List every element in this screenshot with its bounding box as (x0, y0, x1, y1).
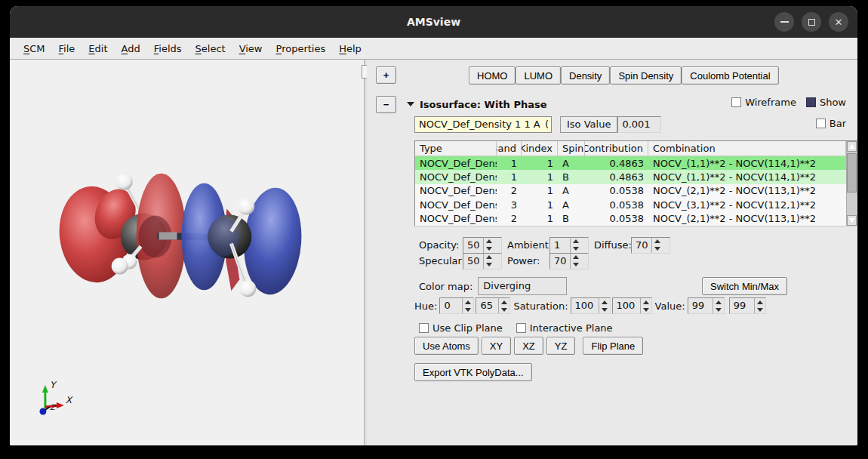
tab-homo[interactable]: HOMO (469, 66, 516, 85)
menu-properties[interactable]: Properties (269, 40, 333, 57)
menu-fields[interactable]: Fields (147, 40, 189, 57)
table-row[interactable]: NOCV_Def_Density21A0.0538NOCV_(2,1)**2 -… (415, 184, 846, 198)
spin-down-icon[interactable] (599, 306, 610, 313)
use-clip-plane-checkbox[interactable]: Use Clip Plane (419, 322, 503, 334)
window-title: AMSview (407, 16, 460, 28)
scroll-thumb[interactable] (847, 153, 857, 193)
remove-field-button[interactable]: − (376, 96, 396, 113)
saturation-max-stepper[interactable]: 100 (612, 297, 652, 314)
spin-down-icon[interactable] (713, 306, 724, 313)
opacity-stepper[interactable]: 50 (463, 237, 502, 254)
hydrogen-atom[interactable] (116, 174, 133, 190)
opacity-label: Opacity: (419, 239, 463, 251)
menu-add[interactable]: Add (115, 40, 147, 57)
show-checkbox[interactable]: Show (806, 97, 846, 108)
value-min-stepper[interactable]: 99 (688, 297, 725, 314)
disclosure-down-icon[interactable] (407, 102, 414, 106)
spin-down-icon[interactable] (463, 306, 473, 313)
yz-plane-button[interactable]: YZ (546, 337, 576, 355)
tab-density[interactable]: Density (561, 66, 610, 85)
axis-y-label: Y (50, 380, 57, 390)
iso-value-input[interactable]: 0.001 (617, 116, 661, 133)
table-row[interactable]: NOCV_Def_Density21B0.0538NOCV_(2,1)**2 -… (415, 212, 846, 226)
hue-min-stepper[interactable]: 0 (439, 297, 474, 314)
interactive-plane-checkbox[interactable]: Interactive Plane (516, 322, 613, 334)
spin-up-icon[interactable] (499, 298, 509, 306)
wireframe-checkbox[interactable]: Wireframe (731, 97, 796, 108)
spin-down-icon[interactable] (755, 306, 765, 313)
scroll-up-icon[interactable] (847, 141, 857, 152)
menu-help[interactable]: Help (332, 40, 368, 57)
colormap-select[interactable]: Diverging (478, 277, 567, 295)
nocv-density-table: Type Band Kindex Spin ▼Contribution Comb… (414, 140, 857, 226)
export-vtk-button[interactable]: Export VTK PolyData... (414, 363, 532, 381)
menu-edit[interactable]: Edit (82, 40, 114, 57)
spin-up-icon[interactable] (571, 254, 581, 261)
checkbox-unchecked-icon (731, 97, 741, 107)
spin-up-icon[interactable] (641, 298, 651, 306)
spin-down-icon[interactable] (484, 245, 494, 253)
use-atoms-button[interactable]: Use Atoms (414, 337, 479, 355)
table-row[interactable]: NOCV_Def_Density11B0.4863NOCV_(1,1)**2 -… (415, 170, 846, 183)
spin-up-icon[interactable] (484, 238, 494, 245)
hydrogen-atom[interactable] (238, 199, 254, 215)
table-header[interactable]: Type Band Kindex Spin ▼Contribution Comb… (415, 141, 846, 156)
switch-minmax-button[interactable]: Switch Min/Max (702, 277, 787, 295)
menubar: SCM File Edit Add Fields Select View Pro… (10, 38, 857, 60)
axis-triad-icon: Y X Z (39, 380, 72, 414)
minimize-icon (780, 21, 789, 23)
3d-viewport[interactable]: Y X Z (10, 60, 364, 445)
menu-scm[interactable]: SCM (17, 40, 52, 57)
value-max-stepper[interactable]: 99 (729, 297, 766, 314)
saturation-min-stepper[interactable]: 100 (571, 297, 611, 314)
menu-file[interactable]: File (52, 40, 82, 57)
close-button[interactable]: ✕ (829, 12, 848, 32)
table-row[interactable]: NOCV_Def_Density31A0.0538NOCV_(3,1)**2 -… (415, 198, 846, 211)
spin-down-icon[interactable] (571, 261, 581, 269)
spin-down-icon[interactable] (484, 261, 494, 269)
flip-plane-button[interactable]: Flip Plane (583, 337, 643, 355)
spin-up-icon[interactable] (599, 298, 610, 306)
spin-up-icon[interactable] (571, 238, 581, 245)
hydrogen-atom[interactable] (239, 280, 256, 297)
spin-up-icon[interactable] (484, 254, 494, 261)
spin-up-icon[interactable] (713, 298, 724, 306)
spin-down-icon[interactable] (641, 306, 651, 313)
hydrogen-atom[interactable] (112, 257, 128, 274)
spin-down-icon[interactable] (652, 245, 663, 253)
table-row[interactable]: NOCV_Def_Density11A0.4863NOCV_(1,1)**2 -… (415, 156, 846, 170)
minimize-button[interactable] (774, 12, 794, 32)
tab-lumo[interactable]: LUMO (516, 66, 561, 85)
axis-x-label: X (66, 395, 73, 405)
specular-stepper[interactable]: 50 (463, 253, 502, 270)
menu-select[interactable]: Select (189, 40, 232, 57)
power-label: Power: (507, 255, 549, 266)
power-stepper[interactable]: 70 (549, 253, 589, 270)
spin-down-icon[interactable] (571, 245, 581, 253)
molecule-isosurface-render: Y X Z (10, 60, 364, 445)
fields-panel: + HOMO LUMO Density Spin Density Coulomb… (367, 60, 857, 445)
spin-up-icon[interactable] (463, 298, 473, 306)
table-scrollbar[interactable] (846, 141, 857, 226)
titlebar[interactable]: AMSview ✕ (10, 6, 857, 38)
ambient-label: Ambient: (507, 239, 549, 251)
xz-plane-button[interactable]: XZ (514, 337, 543, 355)
hue-max-stepper[interactable]: 65 (476, 297, 510, 314)
diffuse-label: Diffuse: (594, 239, 631, 251)
spin-down-icon[interactable] (499, 306, 509, 313)
diffuse-stepper[interactable]: 70 (631, 237, 670, 254)
menu-view[interactable]: View (232, 40, 269, 57)
add-field-button[interactable]: + (376, 66, 396, 84)
field-select[interactable]: NOCV_Def_Density 1 1 A ( (414, 116, 552, 133)
axis-z-label: Z (50, 403, 57, 411)
spin-up-icon[interactable] (755, 298, 765, 306)
scroll-down-icon[interactable] (847, 215, 857, 226)
maximize-button[interactable] (802, 12, 821, 32)
spin-up-icon[interactable] (652, 238, 663, 245)
sorted-column-header[interactable]: ▼Contribution (585, 141, 648, 156)
tab-spin-density[interactable]: Spin Density (610, 66, 682, 85)
ambient-stepper[interactable]: 1 (549, 237, 589, 254)
tab-coulomb-potential[interactable]: Coulomb Potential (682, 66, 778, 85)
bar-checkbox[interactable]: Bar (816, 118, 846, 129)
xy-plane-button[interactable]: XY (482, 337, 511, 355)
